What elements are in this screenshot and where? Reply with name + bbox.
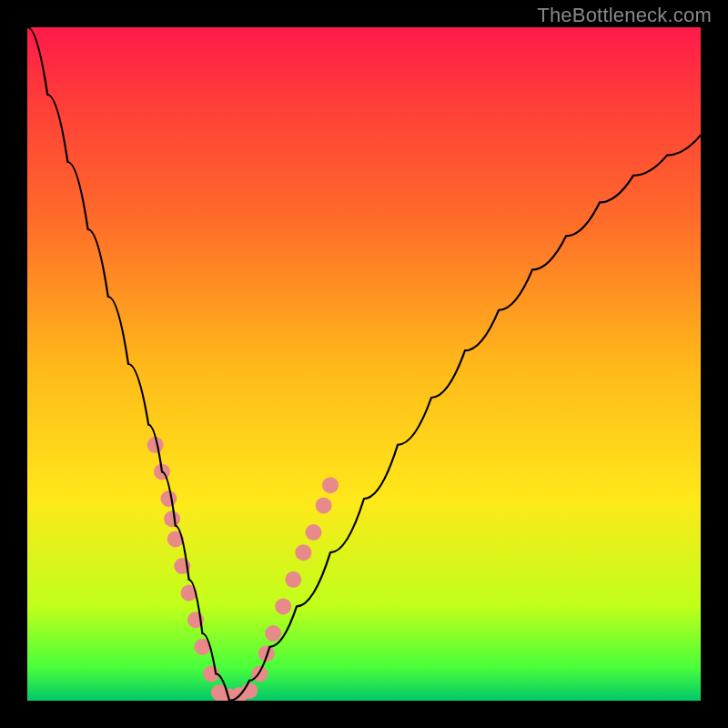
chart-frame: TheBottleneck.com (0, 0, 728, 728)
curve-layer (27, 27, 701, 701)
highlight-dot (160, 490, 177, 507)
highlight-dot (306, 524, 322, 541)
highlight-dot (275, 598, 291, 614)
highlight-dot (322, 477, 339, 493)
bottleneck-curve (27, 27, 701, 701)
highlight-dot (295, 544, 311, 561)
watermark-label: TheBottleneck.com (537, 4, 712, 27)
highlight-dot (285, 571, 301, 588)
highlight-dots (147, 437, 339, 701)
highlight-dot (316, 497, 332, 513)
highlight-dot (265, 625, 281, 642)
highlight-dot (164, 511, 180, 527)
plot-area (27, 27, 701, 701)
